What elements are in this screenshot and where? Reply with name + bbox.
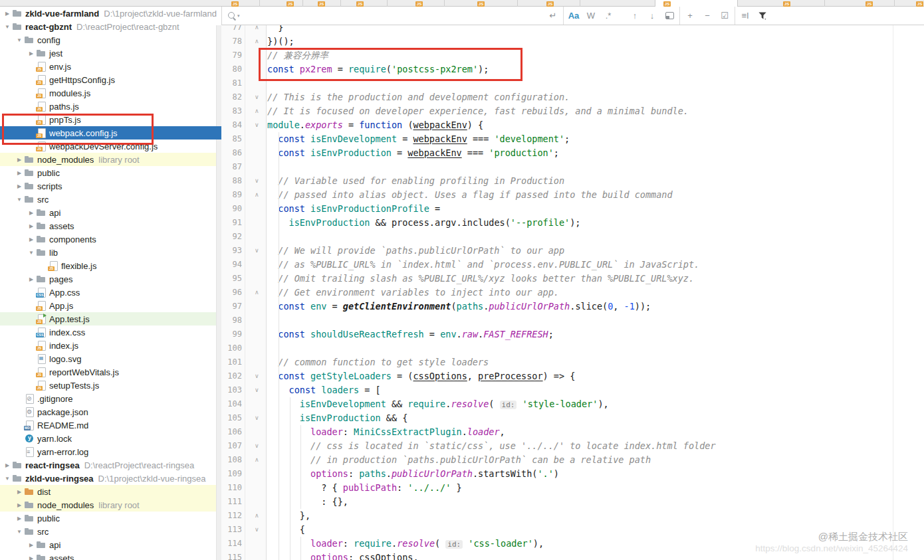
code-line-79[interactable]: // 兼容分辨率 (267, 48, 328, 62)
previous-occurrence-button[interactable]: ↑ (626, 7, 643, 25)
tree-item-flexible-js[interactable]: JSflexible.js (0, 259, 216, 272)
code-line-110[interactable]: ? { publicPath: '../../' } (267, 481, 462, 495)
js-file-tab-icon[interactable]: JS (356, 1, 364, 7)
tree-item-pnpts-js[interactable]: JSpnpTs.js (0, 113, 216, 126)
code-line-102[interactable]: const getStyleLoaders = (cssOptions, pre… (267, 369, 575, 383)
fold-region-end-icon[interactable]: ∧ (255, 288, 259, 297)
fold-region-end-icon[interactable]: ∧ (255, 190, 259, 199)
chevron-right-icon[interactable]: ▶ (27, 50, 36, 56)
tree-item-react-gbznt[interactable]: ▼react-gbzntD:\reactProject\react-gbznt (0, 20, 216, 33)
remove-selection-button[interactable]: − (699, 7, 716, 25)
tree-scrollbar[interactable] (216, 25, 221, 560)
js-file-tab-icon[interactable]: JS (477, 1, 485, 7)
code-line-107[interactable]: // css is located in `static/css`, use '… (267, 439, 716, 453)
tree-item-react-ringsea[interactable]: ▶react-ringseaD:\reactProject\react-ring… (0, 458, 216, 472)
tree-item-dist[interactable]: ▶dist (0, 485, 216, 498)
code-line-108[interactable]: // in production `paths.publicUrlOrPath`… (267, 453, 651, 467)
code-line-91[interactable]: isEnvProduction && process.argv.includes… (267, 216, 580, 230)
tree-item-setuptests-js[interactable]: JSsetupTests.js (0, 379, 216, 392)
code-line-84[interactable]: module.exports = function (webpackEnv) { (267, 118, 483, 132)
chevron-down-icon[interactable]: ▼ (15, 529, 24, 535)
code-line-78[interactable]: })(); (267, 35, 294, 48)
code-line-101[interactable]: // common function to get style loaders (267, 355, 489, 369)
chevron-down-icon[interactable]: ▼ (15, 197, 24, 203)
add-selection-button[interactable]: + (681, 7, 699, 25)
tree-item-logo-svg[interactable]: logo.svg (0, 352, 216, 365)
tree-item-jest[interactable]: ▶jest (0, 47, 216, 60)
fold-region-start-icon[interactable]: ∨ (255, 441, 259, 450)
tree-item-components[interactable]: ▶components (0, 233, 216, 246)
tree-item-yarn-lock[interactable]: yarn.lock (0, 432, 216, 445)
chevron-right-icon[interactable]: ▶ (27, 223, 36, 229)
tree-item-reportwebvitals-js[interactable]: JSreportWebVitals.js (0, 365, 216, 379)
js-file-tab-icon[interactable]: JS (866, 1, 873, 7)
tree-item-config[interactable]: ▼config (0, 33, 216, 47)
code-line-111[interactable]: : {}, (267, 495, 348, 509)
select-all-occurrences-button[interactable]: ☑ (716, 7, 733, 25)
tree-item-lib[interactable]: ▼lib (0, 246, 216, 259)
tree-item-app-css[interactable]: CSSApp.css (0, 286, 216, 299)
chevron-right-icon[interactable]: ▶ (27, 276, 36, 282)
fold-region-end-icon[interactable]: ∧ (255, 106, 259, 116)
tree-item-node-modules[interactable]: ▶node_moduleslibrary root (0, 153, 216, 166)
filter-search-lines-button[interactable]: ≡I (737, 7, 754, 25)
tree-item-paths-js[interactable]: JSpaths.js (0, 100, 216, 113)
chevron-right-icon[interactable]: ▶ (15, 170, 24, 176)
tree-item-index-js[interactable]: JSindex.js (0, 339, 216, 352)
tree-item-env-js[interactable]: JSenv.js (0, 60, 216, 73)
js-file-tab-icon[interactable]: JS (287, 1, 294, 7)
code-line-96[interactable]: // Get environment variables to inject i… (267, 286, 559, 300)
fold-region-start-icon[interactable]: ∨ (255, 120, 259, 130)
fold-region-end-icon[interactable]: ∧ (255, 37, 259, 46)
fold-region-start-icon[interactable]: ∨ (255, 385, 259, 395)
js-file-tab-icon[interactable]: JS (415, 1, 423, 7)
next-occurrence-button[interactable]: ↓ (643, 7, 661, 25)
code-line-95[interactable]: // Omit trailing slash as %PUBLIC_URL%/x… (267, 272, 694, 286)
code-line-106[interactable]: loader: MiniCssExtractPlugin.loader, (267, 425, 505, 439)
tree-item-yarn-error-log[interactable]: ≡yarn-error.log (0, 445, 216, 458)
tree-item-api[interactable]: ▶api (0, 206, 216, 219)
code-line-94[interactable]: // as %PUBLIC_URL% in `index.html` and `… (267, 258, 699, 272)
chevron-right-icon[interactable]: ▶ (27, 542, 36, 548)
code-line-88[interactable]: // Variable used for enabling profiling … (267, 174, 564, 188)
chevron-down-icon[interactable]: ▼ (15, 37, 24, 43)
chevron-right-icon[interactable]: ▶ (27, 555, 36, 560)
tree-item-src[interactable]: ▼src (0, 525, 216, 538)
code-line-93[interactable]: // We will provide `paths.publicUrlOrPat… (267, 244, 564, 258)
chevron-down-icon[interactable]: ▼ (3, 476, 12, 482)
tree-item-public[interactable]: ▶public (0, 512, 216, 525)
code-line-109[interactable]: options: paths.publicUrlOrPath.startsWit… (267, 467, 559, 481)
code-line-86[interactable]: const isEnvProduction = webpackEnv === '… (267, 146, 559, 160)
chevron-right-icon[interactable]: ▶ (27, 236, 36, 242)
chevron-right-icon[interactable]: ▶ (3, 11, 12, 17)
code-line-97[interactable]: const env = getClientEnvironment(paths.p… (267, 300, 651, 314)
code-line-113[interactable]: { (267, 523, 305, 537)
js-file-tab-icon[interactable]: JS (916, 1, 923, 7)
tree-item-zkld-vue-farmland[interactable]: ▶zkld-vue-farmlandD:\1project\zkld-vue-f… (0, 7, 216, 20)
fold-region-start-icon[interactable]: ∨ (255, 176, 259, 185)
code-line-80[interactable]: const px2rem = require('postcss-px2rem')… (267, 62, 489, 76)
tree-item-assets[interactable]: ▶assets (0, 551, 216, 560)
chevron-right-icon[interactable]: ▶ (15, 502, 24, 508)
tree-item--gitignore[interactable]: ⊘.gitignore (0, 392, 216, 405)
code-line-99[interactable]: const shouldUseReactRefresh = env.raw.FA… (267, 327, 554, 341)
code-editor[interactable]: 77∧78∧79808182∨83∧84∨85868788∨89∧9091929… (221, 25, 924, 560)
chevron-right-icon[interactable]: ▶ (15, 157, 24, 163)
chevron-down-icon[interactable]: ▼ (3, 24, 12, 30)
code-line-112[interactable]: }, (267, 509, 310, 523)
tree-item-assets[interactable]: ▶assets (0, 219, 216, 233)
code-line-105[interactable]: isEnvProduction && { (267, 411, 407, 425)
code-line-83[interactable]: // It is focused on developer experience… (267, 104, 689, 118)
code-line-103[interactable]: const loaders = [ (267, 383, 381, 397)
chevron-down-icon[interactable]: ▼ (27, 250, 36, 256)
code-line-114[interactable]: loader: require.resolve( id: 'css-loader… (267, 537, 544, 551)
fold-region-start-icon[interactable]: ∨ (255, 92, 259, 102)
tree-item-webpack-config-js[interactable]: JSwebpack.config.js (0, 126, 221, 140)
open-in-find-window-button[interactable] (661, 7, 678, 25)
code-line-82[interactable]: // This is the production and developmen… (267, 90, 570, 104)
code-line-89[interactable]: // passed into alias object. Uses a flag… (267, 188, 673, 202)
code-line-85[interactable]: const isEnvDevelopment = webpackEnv === … (267, 132, 570, 146)
code-area[interactable]: }})();// 兼容分辨率const px2rem = require('po… (267, 25, 924, 560)
js-file-tab-icon[interactable]: JS (783, 1, 790, 7)
tree-item-zkld-vue-ringsea[interactable]: ▼zkld-vue-ringseaD:\1project\zkld-vue-ri… (0, 472, 216, 485)
